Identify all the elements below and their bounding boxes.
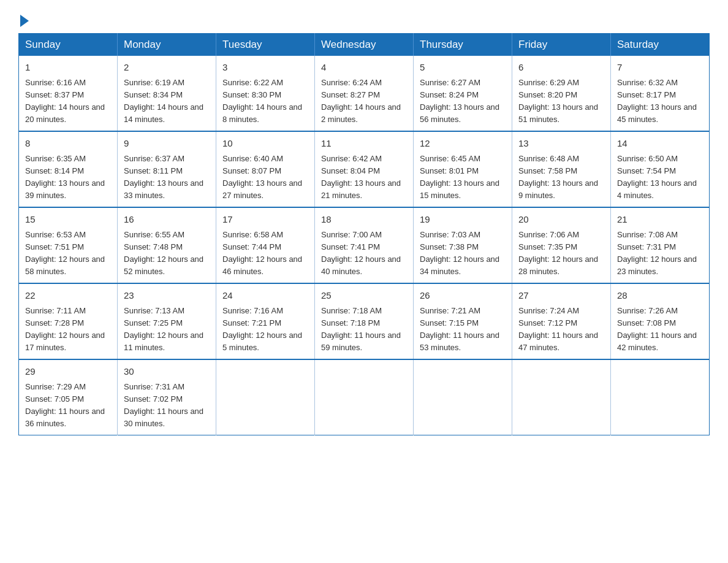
day-info: Sunrise: 7:24 AMSunset: 7:12 PMDaylight:… [518, 305, 604, 354]
calendar-day-cell: 27Sunrise: 7:24 AMSunset: 7:12 PMDayligh… [512, 283, 611, 359]
calendar-day-cell: 29Sunrise: 7:29 AMSunset: 7:05 PMDayligh… [19, 359, 118, 435]
day-number: 22 [25, 289, 111, 303]
calendar-day-cell: 20Sunrise: 7:06 AMSunset: 7:35 PMDayligh… [512, 207, 611, 283]
day-number: 20 [518, 213, 604, 227]
day-info: Sunrise: 7:06 AMSunset: 7:35 PMDaylight:… [518, 229, 604, 278]
day-number: 2 [124, 61, 210, 75]
calendar-day-cell [315, 359, 414, 435]
day-number: 10 [222, 137, 308, 151]
calendar-day-cell [216, 359, 315, 435]
day-info: Sunrise: 7:00 AMSunset: 7:41 PMDaylight:… [321, 229, 407, 278]
day-number: 1 [25, 61, 111, 75]
calendar-day-cell: 26Sunrise: 7:21 AMSunset: 7:15 PMDayligh… [414, 283, 512, 359]
day-info: Sunrise: 7:08 AMSunset: 7:31 PMDaylight:… [617, 229, 703, 278]
day-info: Sunrise: 6:16 AMSunset: 8:37 PMDaylight:… [25, 77, 111, 126]
calendar-day-cell: 9Sunrise: 6:37 AMSunset: 8:11 PMDaylight… [118, 131, 216, 207]
day-info: Sunrise: 7:13 AMSunset: 7:25 PMDaylight:… [124, 305, 210, 354]
day-number: 23 [124, 289, 210, 303]
calendar-day-cell: 13Sunrise: 6:48 AMSunset: 7:58 PMDayligh… [512, 131, 611, 207]
calendar-day-cell: 14Sunrise: 6:50 AMSunset: 7:54 PMDayligh… [611, 131, 710, 207]
day-number: 30 [124, 365, 210, 379]
page-header [18, 12, 710, 23]
calendar-day-cell: 7Sunrise: 6:32 AMSunset: 8:17 PMDaylight… [611, 56, 710, 131]
day-number: 17 [222, 213, 308, 227]
day-info: Sunrise: 6:53 AMSunset: 7:51 PMDaylight:… [25, 229, 111, 278]
day-info: Sunrise: 7:16 AMSunset: 7:21 PMDaylight:… [222, 305, 308, 354]
calendar-week-row: 15Sunrise: 6:53 AMSunset: 7:51 PMDayligh… [19, 207, 710, 283]
calendar-table: SundayMondayTuesdayWednesdayThursdayFrid… [18, 33, 710, 435]
day-number: 3 [222, 61, 308, 75]
day-number: 8 [25, 137, 111, 151]
day-number: 5 [420, 61, 506, 75]
calendar-day-cell: 16Sunrise: 6:55 AMSunset: 7:48 PMDayligh… [118, 207, 216, 283]
calendar-day-header: Sunday [19, 34, 118, 56]
day-info: Sunrise: 6:22 AMSunset: 8:30 PMDaylight:… [222, 77, 308, 126]
day-number: 14 [617, 137, 703, 151]
calendar-day-cell: 30Sunrise: 7:31 AMSunset: 7:02 PMDayligh… [118, 359, 216, 435]
calendar-day-cell: 17Sunrise: 6:58 AMSunset: 7:44 PMDayligh… [216, 207, 315, 283]
calendar-day-cell: 21Sunrise: 7:08 AMSunset: 7:31 PMDayligh… [611, 207, 710, 283]
day-number: 24 [222, 289, 308, 303]
calendar-day-header: Friday [512, 34, 611, 56]
day-info: Sunrise: 6:50 AMSunset: 7:54 PMDaylight:… [617, 153, 703, 202]
day-info: Sunrise: 7:18 AMSunset: 7:18 PMDaylight:… [321, 305, 407, 354]
calendar-day-cell: 4Sunrise: 6:24 AMSunset: 8:27 PMDaylight… [315, 56, 414, 131]
day-info: Sunrise: 6:40 AMSunset: 8:07 PMDaylight:… [222, 153, 308, 202]
calendar-day-cell: 19Sunrise: 7:03 AMSunset: 7:38 PMDayligh… [414, 207, 512, 283]
day-info: Sunrise: 6:29 AMSunset: 8:20 PMDaylight:… [518, 77, 604, 126]
day-info: Sunrise: 6:19 AMSunset: 8:34 PMDaylight:… [124, 77, 210, 126]
calendar-week-row: 8Sunrise: 6:35 AMSunset: 8:14 PMDaylight… [19, 131, 710, 207]
day-info: Sunrise: 6:55 AMSunset: 7:48 PMDaylight:… [124, 229, 210, 278]
calendar-day-cell: 23Sunrise: 7:13 AMSunset: 7:25 PMDayligh… [118, 283, 216, 359]
day-number: 7 [617, 61, 703, 75]
day-number: 26 [420, 289, 506, 303]
calendar-day-cell: 18Sunrise: 7:00 AMSunset: 7:41 PMDayligh… [315, 207, 414, 283]
day-number: 15 [25, 213, 111, 227]
day-number: 27 [518, 289, 604, 303]
calendar-day-cell: 12Sunrise: 6:45 AMSunset: 8:01 PMDayligh… [414, 131, 512, 207]
calendar-header-row: SundayMondayTuesdayWednesdayThursdayFrid… [19, 34, 710, 56]
day-info: Sunrise: 7:21 AMSunset: 7:15 PMDaylight:… [420, 305, 506, 354]
day-number: 25 [321, 289, 407, 303]
calendar-day-cell: 28Sunrise: 7:26 AMSunset: 7:08 PMDayligh… [611, 283, 710, 359]
calendar-day-cell: 1Sunrise: 6:16 AMSunset: 8:37 PMDaylight… [19, 56, 118, 131]
calendar-day-header: Tuesday [216, 34, 315, 56]
calendar-day-header: Thursday [414, 34, 512, 56]
day-info: Sunrise: 6:35 AMSunset: 8:14 PMDaylight:… [25, 153, 111, 202]
day-number: 11 [321, 137, 407, 151]
calendar-week-row: 1Sunrise: 6:16 AMSunset: 8:37 PMDaylight… [19, 56, 710, 131]
day-info: Sunrise: 6:48 AMSunset: 7:58 PMDaylight:… [518, 153, 604, 202]
calendar-day-header: Saturday [611, 34, 710, 56]
calendar-day-header: Wednesday [315, 34, 414, 56]
day-info: Sunrise: 7:11 AMSunset: 7:28 PMDaylight:… [25, 305, 111, 354]
day-info: Sunrise: 6:32 AMSunset: 8:17 PMDaylight:… [617, 77, 703, 126]
calendar-day-cell: 5Sunrise: 6:27 AMSunset: 8:24 PMDaylight… [414, 56, 512, 131]
day-number: 12 [420, 137, 506, 151]
day-number: 13 [518, 137, 604, 151]
day-number: 29 [25, 365, 111, 379]
calendar-day-cell [414, 359, 512, 435]
logo-arrow-icon [20, 15, 29, 27]
calendar-day-cell [611, 359, 710, 435]
day-number: 19 [420, 213, 506, 227]
calendar-day-cell: 11Sunrise: 6:42 AMSunset: 8:04 PMDayligh… [315, 131, 414, 207]
day-info: Sunrise: 6:24 AMSunset: 8:27 PMDaylight:… [321, 77, 407, 126]
calendar-day-cell: 3Sunrise: 6:22 AMSunset: 8:30 PMDaylight… [216, 56, 315, 131]
calendar-day-cell [512, 359, 611, 435]
calendar-day-cell: 6Sunrise: 6:29 AMSunset: 8:20 PMDaylight… [512, 56, 611, 131]
calendar-day-cell: 25Sunrise: 7:18 AMSunset: 7:18 PMDayligh… [315, 283, 414, 359]
day-number: 21 [617, 213, 703, 227]
calendar-day-cell: 2Sunrise: 6:19 AMSunset: 8:34 PMDaylight… [118, 56, 216, 131]
calendar-week-row: 22Sunrise: 7:11 AMSunset: 7:28 PMDayligh… [19, 283, 710, 359]
day-info: Sunrise: 7:03 AMSunset: 7:38 PMDaylight:… [420, 229, 506, 278]
calendar-day-header: Monday [118, 34, 216, 56]
day-number: 28 [617, 289, 703, 303]
day-info: Sunrise: 6:58 AMSunset: 7:44 PMDaylight:… [222, 229, 308, 278]
day-number: 9 [124, 137, 210, 151]
calendar-day-cell: 8Sunrise: 6:35 AMSunset: 8:14 PMDaylight… [19, 131, 118, 207]
day-number: 16 [124, 213, 210, 227]
day-number: 4 [321, 61, 407, 75]
day-info: Sunrise: 6:45 AMSunset: 8:01 PMDaylight:… [420, 153, 506, 202]
day-info: Sunrise: 7:26 AMSunset: 7:08 PMDaylight:… [617, 305, 703, 354]
day-info: Sunrise: 6:42 AMSunset: 8:04 PMDaylight:… [321, 153, 407, 202]
